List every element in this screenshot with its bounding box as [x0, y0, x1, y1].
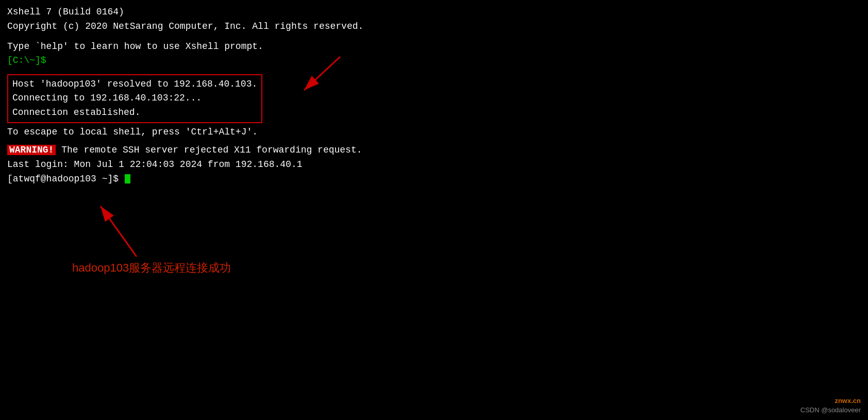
terminal-output: Xshell 7 (Build 0164) Copyright (c) 2020…	[0, 0, 868, 192]
annotation-label: hadoop103服务器远程连接成功	[72, 260, 231, 276]
cursor-block	[125, 174, 130, 183]
last-login-line: Last login: Mon Jul 1 22:04:03 2024 from…	[7, 158, 861, 172]
conn-line3: Connection established.	[12, 106, 257, 120]
local-prompt: [C:\~]$	[7, 54, 861, 68]
conn-line2: Connecting to 192.168.40.103:22...	[12, 91, 257, 106]
escape-line: To escape to local shell, press 'Ctrl+Al…	[7, 125, 861, 140]
remote-prompt: [atwqf@hadoop103 ~]$	[7, 172, 861, 187]
title-line: Xshell 7 (Build 0164)	[7, 5, 861, 20]
copyright-line: Copyright (c) 2020 NetSarang Computer, I…	[7, 20, 861, 34]
watermark: znwx.cn CSDN @sodaloveer	[800, 396, 861, 415]
help-line: Type `help' to learn how to use Xshell p…	[7, 40, 861, 54]
connection-block: Host 'hadoop103' resolved to 192.168.40.…	[7, 72, 861, 126]
svg-line-3	[101, 206, 137, 257]
warning-line: WARNING! The remote SSH server rejected …	[7, 143, 861, 158]
conn-line1: Host 'hadoop103' resolved to 192.168.40.…	[12, 77, 257, 92]
